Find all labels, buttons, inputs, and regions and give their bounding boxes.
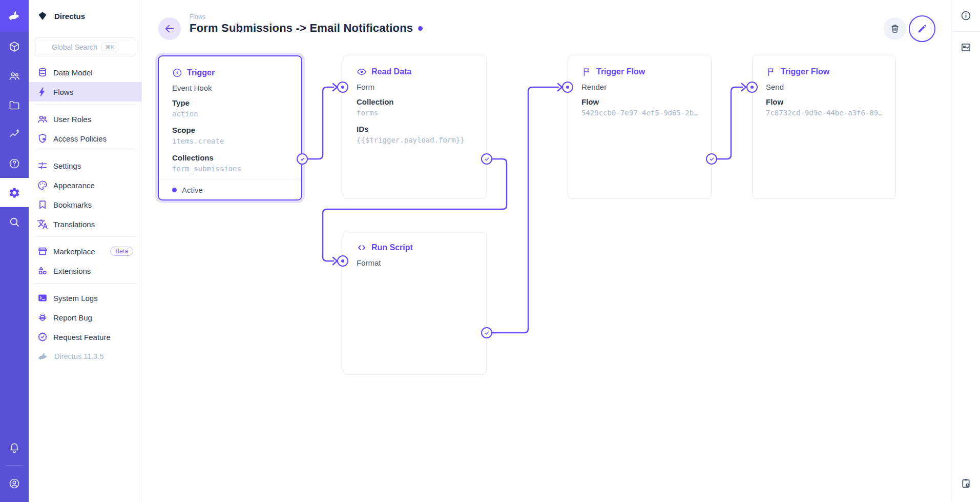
info-panel-button[interactable]	[951, 0, 980, 31]
module-content[interactable]	[0, 32, 29, 61]
field-label: Flow	[581, 96, 698, 108]
connector-output-trigger-flow-render[interactable]	[706, 153, 717, 165]
insights-icon	[8, 128, 20, 140]
translate-icon	[37, 218, 48, 230]
flag-icon	[766, 67, 776, 77]
card-header: Trigger	[172, 68, 288, 78]
sidebar-item-label: Access Policies	[53, 134, 107, 143]
card-name: Send	[766, 83, 882, 91]
sidebar-item-flows[interactable]: Flows	[29, 82, 141, 102]
card-field: Flow 5429ccb0-7e97-4ef5-9d65-2b…	[581, 96, 698, 118]
connector-input-trigger-flow-render[interactable]	[562, 82, 573, 93]
sidebar-item-request-feature[interactable]: Request Feature	[29, 327, 141, 347]
connector-output-run-script[interactable]	[481, 327, 492, 338]
sidebar-item-translations[interactable]: Translations	[29, 214, 141, 234]
card-header: Read Data	[357, 67, 473, 77]
verified-seal-icon	[37, 331, 48, 343]
module-files[interactable]	[0, 90, 29, 119]
sidebar-item-user-roles[interactable]: User Roles	[29, 109, 141, 129]
module-users[interactable]	[0, 61, 29, 90]
users-icon	[8, 70, 20, 82]
card-field: Collections form_submissions	[172, 152, 288, 174]
module-insights[interactable]	[0, 119, 29, 149]
project-logo-icon	[37, 10, 48, 22]
sidebar-item-bookmarks[interactable]: Bookmarks	[29, 195, 141, 214]
trigger-status-row: Active	[159, 179, 301, 199]
notes-panel-button[interactable]	[951, 32, 980, 63]
field-value: items.create	[172, 136, 288, 147]
bolt-circle-icon	[172, 68, 182, 78]
notifications-button[interactable]	[0, 433, 29, 462]
check-icon	[708, 156, 715, 163]
sidebar-divider	[34, 236, 136, 237]
account-circle-icon	[8, 477, 20, 490]
card-name: Format	[357, 258, 473, 267]
sidebar-item-label: Report Bug	[53, 313, 92, 322]
clipboard-clock-icon	[960, 477, 972, 489]
activity-log-button[interactable]	[951, 471, 980, 502]
check-icon	[484, 330, 490, 336]
flag-icon	[581, 67, 592, 77]
global-search-input[interactable]: Global Search ⌘K	[34, 37, 136, 56]
sidebar-item-label: System Logs	[53, 294, 98, 303]
sidebar: Directus Global Search ⌘K Data Model Flo…	[29, 0, 142, 502]
connector-output-read-data[interactable]	[481, 153, 492, 165]
sidebar-item-system-logs[interactable]: System Logs	[29, 288, 141, 308]
module-bar-spacer	[0, 236, 29, 433]
sidebar-item-marketplace[interactable]: Marketplace Beta	[29, 242, 141, 261]
project-name: Directus	[54, 12, 85, 21]
version-label: Directus 11.3.5	[54, 352, 103, 360]
sidebar-divider	[34, 104, 136, 105]
project-header[interactable]: Directus	[29, 0, 141, 32]
card-field: IDs {{$trigger.payload.form}}	[357, 124, 473, 146]
account-button[interactable]	[0, 469, 29, 498]
card-type-label: Read Data	[371, 67, 411, 76]
sidebar-item-appearance[interactable]: Appearance	[29, 175, 141, 195]
flow-card-run-script[interactable]: Run Script Format	[343, 231, 487, 375]
extensions-icon	[37, 265, 48, 276]
connector-input-read-data[interactable]	[337, 82, 348, 93]
field-label: Flow	[766, 96, 882, 108]
version-row: Directus 11.3.5	[29, 347, 141, 366]
info-icon	[960, 10, 972, 22]
flow-card-trigger[interactable]: Trigger Event Hook Type action Scope ite…	[158, 55, 302, 200]
flow-card-read-data[interactable]: Read Data Form Collection forms IDs {{$t…	[343, 55, 487, 199]
user-roles-icon	[37, 113, 48, 125]
storefront-icon	[37, 246, 48, 257]
field-value: form_submissions	[172, 164, 288, 175]
connector-output-trigger[interactable]	[297, 153, 308, 165]
sidebar-item-label: Appearance	[53, 181, 95, 190]
database-icon	[37, 67, 48, 78]
sidebar-item-report-bug[interactable]: Report Bug	[29, 308, 141, 327]
field-label: IDs	[357, 124, 473, 135]
sidebar-nav: Data Model Flows User Roles Access Polic…	[29, 63, 141, 366]
status-dot	[172, 188, 177, 192]
card-header: Trigger Flow	[581, 67, 698, 77]
sidebar-item-access-policies[interactable]: Access Policies	[29, 129, 141, 148]
sidebar-item-extensions[interactable]: Extensions	[29, 261, 141, 280]
sidebar-item-data-model[interactable]: Data Model	[29, 63, 141, 82]
flow-canvas[interactable]: Trigger Event Hook Type action Scope ite…	[142, 0, 951, 502]
connector-input-run-script[interactable]	[337, 255, 348, 267]
directus-logo-button[interactable]	[0, 0, 29, 32]
card-field: Collection forms	[357, 96, 473, 118]
flow-card-trigger-flow-send[interactable]: Trigger Flow Send Flow 7c8732cd-9d9e-44b…	[752, 55, 896, 199]
field-label: Collections	[172, 152, 288, 164]
module-settings[interactable]	[0, 178, 29, 207]
module-bar	[0, 0, 29, 502]
gear-icon	[8, 187, 20, 199]
sidebar-item-settings[interactable]: Settings	[29, 156, 141, 175]
help-icon	[8, 157, 20, 170]
folder-icon	[8, 99, 20, 111]
connector-dot	[341, 86, 344, 89]
sidebar-divider	[34, 151, 136, 151]
card-field: Flow 7c8732cd-9d9e-44be-a3f6-89…	[766, 96, 882, 118]
right-sidebar	[951, 0, 980, 502]
connector-input-trigger-flow-send[interactable]	[746, 82, 758, 93]
card-field: Scope items.create	[172, 125, 288, 147]
module-search[interactable]	[0, 207, 29, 236]
flow-card-trigger-flow-render[interactable]: Trigger Flow Render Flow 5429ccb0-7e97-4…	[568, 55, 712, 199]
search-placeholder: Global Search	[52, 43, 97, 51]
module-help[interactable]	[0, 149, 29, 178]
bell-icon	[8, 441, 20, 454]
